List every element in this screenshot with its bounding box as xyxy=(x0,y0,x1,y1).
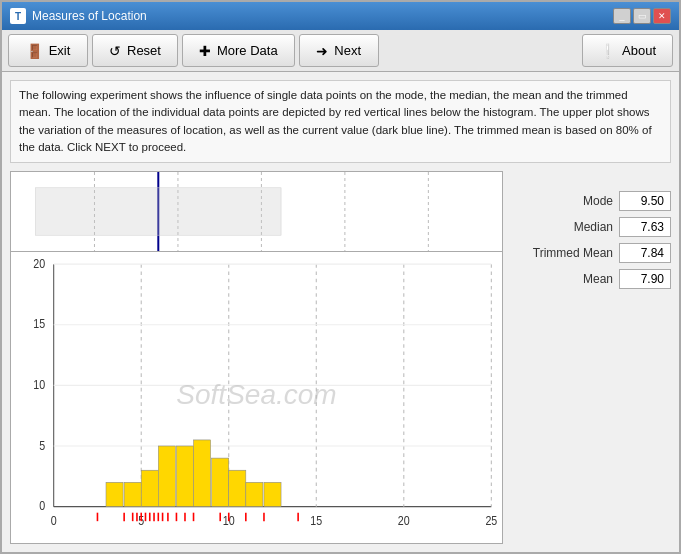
svg-text:10: 10 xyxy=(33,378,45,391)
next-label: Next xyxy=(334,43,361,58)
main-window: T Measures of Location _ ▭ ✕ 🚪 Exit ↺ Re… xyxy=(0,0,681,554)
upper-chart-svg xyxy=(11,172,502,251)
svg-text:5: 5 xyxy=(39,439,45,452)
mode-row: Mode 9.50 xyxy=(511,191,671,211)
description-text: The following experiment shows the influ… xyxy=(10,80,671,163)
svg-rect-34 xyxy=(194,440,211,507)
svg-text:15: 15 xyxy=(33,318,45,331)
next-button[interactable]: ➜ Next xyxy=(299,34,379,67)
about-label: About xyxy=(622,43,656,58)
median-value: 7.63 xyxy=(619,217,671,237)
lower-chart: SoftSea.com 0 xyxy=(11,252,502,543)
svg-text:0: 0 xyxy=(51,514,57,527)
median-label: Median xyxy=(574,220,613,234)
restore-button[interactable]: ▭ xyxy=(633,8,651,24)
about-icon: ❕ xyxy=(599,43,616,59)
svg-rect-31 xyxy=(141,470,158,506)
title-bar: T Measures of Location _ ▭ ✕ xyxy=(2,2,679,30)
mean-value: 7.90 xyxy=(619,269,671,289)
upper-chart xyxy=(11,172,502,252)
svg-rect-6 xyxy=(36,188,281,235)
more-data-icon: ✚ xyxy=(199,43,211,59)
svg-text:20: 20 xyxy=(33,257,45,270)
charts-area: SoftSea.com 0 xyxy=(10,171,503,544)
app-icon: T xyxy=(10,8,26,24)
svg-text:0: 0 xyxy=(39,500,45,513)
title-controls: _ ▭ ✕ xyxy=(613,8,671,24)
svg-rect-29 xyxy=(106,482,123,506)
exit-button[interactable]: 🚪 Exit xyxy=(8,34,88,67)
trimmed-mean-value: 7.84 xyxy=(619,243,671,263)
exit-label: Exit xyxy=(49,43,71,58)
mode-label: Mode xyxy=(583,194,613,208)
svg-text:25: 25 xyxy=(485,514,497,527)
svg-text:20: 20 xyxy=(398,514,410,527)
stats-panel: Mode 9.50 Median 7.63 Trimmed Mean 7.84 … xyxy=(511,171,671,544)
mean-row: Mean 7.90 xyxy=(511,269,671,289)
window-title: Measures of Location xyxy=(32,9,147,23)
median-row: Median 7.63 xyxy=(511,217,671,237)
svg-rect-33 xyxy=(176,446,193,507)
trimmed-mean-label: Trimmed Mean xyxy=(533,246,613,260)
more-data-button[interactable]: ✚ More Data xyxy=(182,34,295,67)
svg-rect-36 xyxy=(229,470,246,506)
content-area: The following experiment shows the influ… xyxy=(2,72,679,552)
next-icon: ➜ xyxy=(316,43,328,59)
reset-icon: ↺ xyxy=(109,43,121,59)
svg-rect-38 xyxy=(264,482,281,506)
more-data-label: More Data xyxy=(217,43,278,58)
toolbar: 🚪 Exit ↺ Reset ✚ More Data ➜ Next ❕ Abou… xyxy=(2,30,679,72)
main-content: SoftSea.com 0 xyxy=(10,171,671,544)
about-button[interactable]: ❕ About xyxy=(582,34,673,67)
title-bar-left: T Measures of Location xyxy=(10,8,147,24)
svg-rect-37 xyxy=(246,482,263,506)
trimmed-mean-row: Trimmed Mean 7.84 xyxy=(511,243,671,263)
reset-label: Reset xyxy=(127,43,161,58)
mode-value: 9.50 xyxy=(619,191,671,211)
close-button[interactable]: ✕ xyxy=(653,8,671,24)
svg-rect-35 xyxy=(212,458,229,507)
svg-text:15: 15 xyxy=(310,514,322,527)
svg-rect-30 xyxy=(124,482,141,506)
mean-label: Mean xyxy=(583,272,613,286)
svg-rect-32 xyxy=(158,446,175,507)
minimize-button[interactable]: _ xyxy=(613,8,631,24)
histogram-svg: 0 5 10 15 20 0 5 10 15 xyxy=(11,252,502,543)
reset-button[interactable]: ↺ Reset xyxy=(92,34,178,67)
exit-icon: 🚪 xyxy=(26,43,43,59)
